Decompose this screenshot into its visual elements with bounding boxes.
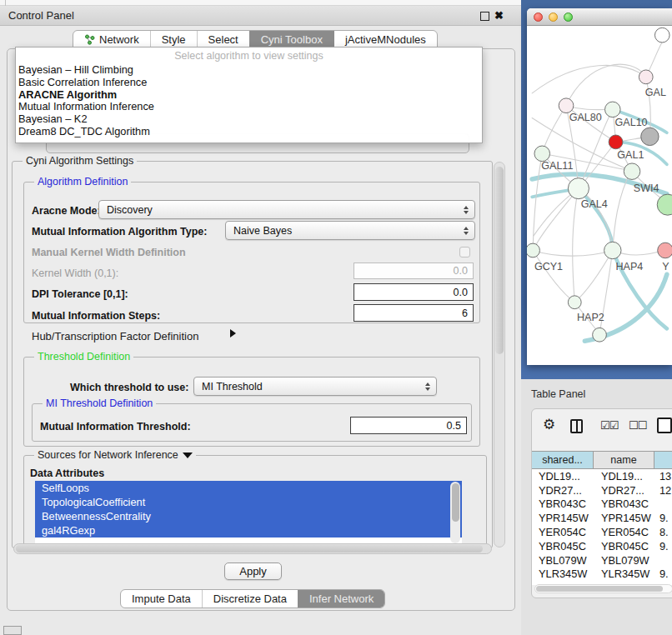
table-cell[interactable]: YLR345W <box>594 568 654 580</box>
float-window-icon[interactable] <box>480 12 489 21</box>
mi-steps-field[interactable]: 6 <box>354 304 474 322</box>
attribute-item[interactable]: gal4RGexp <box>35 523 462 538</box>
expand-arrow-icon[interactable] <box>230 329 236 338</box>
bottom-tab-infer-network[interactable]: Infer Network <box>298 590 384 608</box>
gear-icon[interactable]: ⚙ <box>543 416 555 433</box>
aracne-mode-select[interactable]: Discovery <box>98 200 475 219</box>
table-cell[interactable]: YPR145W <box>532 512 594 524</box>
node-bottom[interactable] <box>593 328 607 342</box>
network-edge[interactable] <box>532 65 646 92</box>
hub-definition-label[interactable]: Hub/Transcription Factor Definition <box>32 330 198 342</box>
column-header[interactable]: shared... <box>532 452 594 468</box>
attributes-scroll-thumb[interactable] <box>452 483 459 522</box>
split-columns-icon[interactable] <box>570 419 583 433</box>
tab-style[interactable]: Style <box>150 31 197 48</box>
tab-network[interactable]: Network <box>73 31 150 48</box>
table-cell[interactable]: YER054C <box>532 526 594 538</box>
network-edge[interactable] <box>533 250 574 302</box>
algorithm-item[interactable]: Dream8 DC_TDC Algorithm <box>16 126 482 138</box>
settings-horizontal-scrollbar[interactable] <box>13 543 492 554</box>
table-hscroll-thumb[interactable] <box>536 586 663 592</box>
table-cell[interactable]: YER054C <box>594 526 654 538</box>
network-edge[interactable] <box>574 250 613 302</box>
node-salmon[interactable] <box>658 242 672 258</box>
attributes-scrollbar[interactable] <box>450 482 460 543</box>
tab-cyni-toolbox[interactable]: Cyni Toolbox <box>249 31 333 48</box>
table-row[interactable]: YBR045CYBR045C9. <box>532 539 672 553</box>
attribute-item[interactable]: BetweennessCentrality <box>35 509 462 523</box>
close-traffic-light-icon[interactable] <box>534 12 543 22</box>
table-cell[interactable]: YPR145W <box>594 512 654 524</box>
network-edge[interactable] <box>573 188 579 302</box>
table-cell[interactable]: YDL19... <box>594 470 654 482</box>
table-row[interactable]: YLR345WYLR345W9. <box>532 568 672 582</box>
node-hap4[interactable] <box>604 242 621 258</box>
minimize-traffic-light-icon[interactable] <box>549 12 558 22</box>
table-cell[interactable]: YBR045C <box>532 540 594 552</box>
algorithm-item[interactable]: Bayesian – Hill Climbing <box>16 64 482 77</box>
algorithm-item[interactable]: Basic Correlation Inference <box>16 77 482 89</box>
table-cell[interactable]: 13 <box>654 470 672 482</box>
dpi-tolerance-field[interactable]: 0.0 <box>354 283 474 301</box>
column-header[interactable] <box>654 452 672 468</box>
mi-threshold-field[interactable]: 0.5 <box>350 417 467 434</box>
table-cell[interactable]: YDR27... <box>532 484 594 497</box>
settings-hscroll-thumb[interactable] <box>16 545 483 552</box>
table-cell[interactable]: YBR045C <box>594 540 654 552</box>
table-row[interactable]: YDR27...YDR27...12 <box>532 483 672 498</box>
bottom-left-partial-button[interactable] <box>3 626 22 635</box>
select-all-checkboxes-icon[interactable]: ☑☑ <box>600 419 618 432</box>
table-row[interactable]: YDL19...YDL19...13 <box>532 469 672 483</box>
table-cell[interactable]: YDL19... <box>532 470 594 482</box>
node-gray[interactable] <box>641 128 659 145</box>
node-gcy1[interactable] <box>527 243 539 258</box>
deselect-all-checkboxes-icon[interactable]: ☐☐ <box>629 419 646 432</box>
algorithm-item[interactable]: Mutual Information Inference <box>16 101 482 113</box>
table-cell[interactable]: 9. <box>654 540 672 552</box>
collapse-arrow-icon[interactable] <box>183 452 193 458</box>
settings-vertical-scrollbar[interactable] <box>494 162 505 548</box>
column-header[interactable]: name <box>594 452 654 468</box>
table-horizontal-scrollbar[interactable] <box>534 584 672 593</box>
node-gal-pink[interactable] <box>639 70 653 84</box>
attribute-item[interactable]: TopologicalCoefficient <box>35 495 462 509</box>
table-cell[interactable]: YDR27... <box>594 484 654 497</box>
table-row[interactable]: YBL079WYBL079W <box>532 553 672 568</box>
tab-select[interactable]: Select <box>197 31 249 48</box>
table-cell[interactable]: YLR345W <box>532 568 594 580</box>
apply-button[interactable]: Apply <box>224 562 282 580</box>
manual-kernel-checkbox[interactable] <box>459 247 470 258</box>
table-cell[interactable]: YBL079W <box>594 554 654 567</box>
network-window-titlebar[interactable] <box>527 8 672 26</box>
algorithm-item[interactable]: ARACNE Algorithm <box>16 89 482 102</box>
node-swi4[interactable] <box>624 163 640 180</box>
network-canvas[interactable]: GALGAL80GAL10GAL1SWI4GAL11GAL4GCY1HAP4YH… <box>527 26 672 365</box>
bottom-tab-discretize-data[interactable]: Discretize Data <box>202 590 298 608</box>
table-row[interactable]: YER054CYER054C8. <box>532 525 672 539</box>
attribute-item[interactable]: SelfLoops <box>35 481 462 495</box>
table-row[interactable]: YPR145WYPR145W9. <box>532 511 672 525</box>
kernel-width-field[interactable]: 0.0 <box>354 262 474 279</box>
close-icon[interactable]: ✖ <box>494 8 504 23</box>
node-top-partial[interactable] <box>654 28 669 42</box>
node-gal4[interactable] <box>568 178 589 199</box>
table-cell[interactable]: YBR043C <box>594 498 654 510</box>
bottom-tab-impute-data[interactable]: Impute Data <box>121 590 202 608</box>
table-row[interactable]: YBR043CYBR043C <box>532 498 672 512</box>
network-edge[interactable] <box>533 188 579 250</box>
table-cell[interactable]: YBL079W <box>532 554 594 567</box>
table-cell[interactable]: 9. <box>654 512 672 524</box>
settings-vscroll-thumb[interactable] <box>495 167 504 354</box>
node-gal10[interactable] <box>605 102 621 118</box>
table-cell[interactable]: 8. <box>654 526 672 538</box>
zoom-traffic-light-icon[interactable] <box>564 12 573 22</box>
node-hap2[interactable] <box>568 296 581 309</box>
node-gal11[interactable] <box>534 146 550 162</box>
mi-type-select[interactable]: Naive Bayes <box>225 221 475 240</box>
algorithm-item[interactable]: Bayesian – K2 <box>16 113 482 126</box>
node-gal1-red[interactable] <box>609 135 623 149</box>
tab-jactivemnodules[interactable]: jActiveMNodules <box>333 31 437 48</box>
node-gal80[interactable] <box>559 98 574 113</box>
table-cell[interactable]: YBR043C <box>532 498 594 510</box>
table-cell[interactable]: 9. <box>654 568 672 580</box>
